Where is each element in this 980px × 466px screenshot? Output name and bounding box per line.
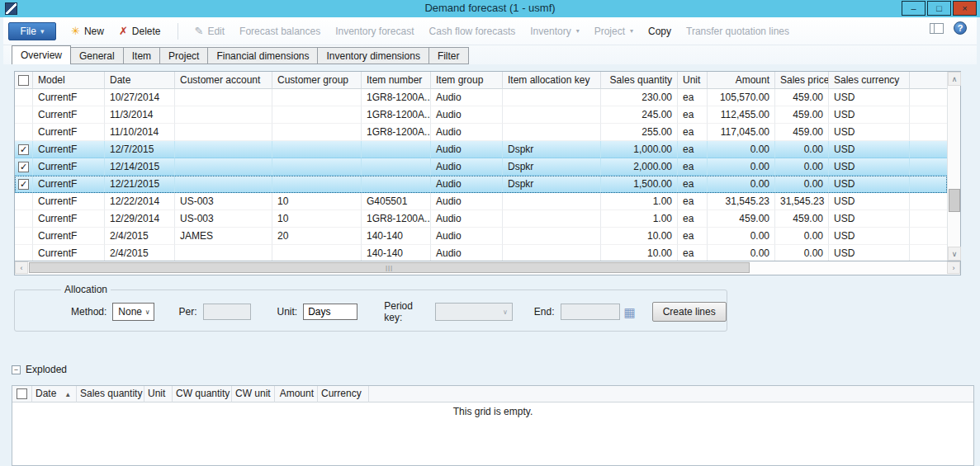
grid-cell[interactable]: Audio — [431, 124, 503, 141]
grid-cell[interactable]: ea — [678, 210, 708, 228]
grid-cell[interactable] — [175, 141, 272, 158]
column-header-model[interactable]: Model — [33, 72, 105, 89]
grid-cell[interactable] — [362, 158, 431, 176]
grid-cell[interactable]: USD — [829, 141, 910, 158]
grid-cell[interactable] — [503, 228, 601, 245]
grid-row[interactable]: ✓CurrentF12/21/2015AudioDspkr1,500.00ea0… — [15, 176, 947, 193]
grid-cell[interactable]: 12/21/2015 — [105, 176, 175, 193]
grid-cell[interactable]: CurrentF — [33, 176, 105, 193]
grid-cell[interactable]: 12/29/2014 — [105, 210, 175, 228]
grid-cell[interactable]: JAMES — [175, 228, 272, 245]
grid-cell[interactable]: 11/10/2014 — [105, 124, 175, 141]
grid-cell[interactable] — [175, 106, 272, 124]
grid-cell[interactable]: 0.00 — [708, 176, 775, 193]
file-menu-button[interactable]: File ▾ — [8, 22, 56, 40]
grid-cell[interactable]: ea — [678, 141, 708, 158]
grid-cell[interactable] — [175, 124, 272, 141]
grid-cell[interactable]: 12/22/2014 — [105, 193, 175, 210]
scroll-right-icon[interactable]: › — [947, 261, 960, 274]
grid-cell[interactable]: Dspkr — [503, 176, 601, 193]
grid-row[interactable]: CurrentF12/22/2014US-00310G405501Audio1.… — [15, 193, 947, 210]
grid-cell[interactable]: USD — [829, 210, 910, 228]
grid-cell[interactable]: 10.00 — [601, 245, 678, 261]
unit-input[interactable] — [303, 304, 357, 320]
grid-cell[interactable] — [272, 106, 362, 124]
column-header-sales-currency[interactable]: Sales currency — [829, 72, 910, 89]
grid-cell[interactable]: US-003 — [175, 210, 272, 228]
grid-cell[interactable] — [503, 106, 601, 124]
grid-cell[interactable]: 0.00 — [708, 228, 775, 245]
grid-cell[interactable] — [503, 193, 601, 210]
grid-cell[interactable]: 1GR8-1200A... — [362, 124, 431, 141]
tab-item[interactable]: Item — [123, 47, 160, 64]
column-header-sales-quantity[interactable]: Sales quantity — [601, 72, 678, 89]
column-header-item-group[interactable]: Item group — [431, 72, 503, 89]
column-header-item-number[interactable]: Item number — [362, 72, 431, 89]
grid-cell[interactable]: 459.00 — [775, 89, 829, 106]
grid-cell[interactable]: 105,570.00 — [708, 89, 775, 106]
close-button[interactable]: × — [953, 1, 977, 16]
grid-cell[interactable]: CurrentF — [33, 158, 105, 176]
grid-cell[interactable]: 459.00 — [775, 210, 829, 228]
grid-cell[interactable]: CurrentF — [33, 141, 105, 158]
grid-cell[interactable]: ea — [678, 176, 708, 193]
grid-cell[interactable]: Dspkr — [503, 141, 601, 158]
scroll-up-icon[interactable]: ∧ — [948, 72, 961, 86]
grid-cell[interactable] — [503, 210, 601, 228]
grid-cell[interactable]: 10.00 — [601, 228, 678, 245]
grid-cell[interactable]: 0.00 — [775, 176, 829, 193]
calendar-icon[interactable]: ▦ — [624, 306, 636, 318]
help-icon[interactable]: ? — [954, 21, 967, 35]
grid-row[interactable]: CurrentF2/4/2015JAMES20140-140Audio10.00… — [15, 228, 947, 245]
grid-cell[interactable]: 1,000.00 — [601, 141, 678, 158]
method-select[interactable]: None ∨ — [112, 303, 154, 321]
grid-cell[interactable]: ea — [678, 106, 708, 124]
collapse-icon[interactable]: − — [12, 365, 21, 374]
column-header-date[interactable]: Date▲ — [32, 386, 77, 402]
tab-project[interactable]: Project — [159, 47, 208, 64]
grid-cell[interactable]: USD — [829, 124, 910, 141]
grid-cell[interactable]: 1.00 — [601, 193, 678, 210]
vertical-scrollbar[interactable]: ∧ ∨ — [947, 72, 960, 261]
scroll-down-icon[interactable]: ∨ — [948, 247, 961, 261]
row-checkbox[interactable]: ✓ — [18, 179, 29, 190]
grid-cell[interactable]: 0.00 — [708, 141, 775, 158]
grid-cell[interactable]: USD — [829, 106, 910, 124]
grid-cell[interactable]: 11/3/2014 — [105, 106, 175, 124]
column-header-currency[interactable]: Currency — [318, 386, 369, 402]
grid-row[interactable]: CurrentF12/29/2014US-003101GR8-1200A...A… — [15, 210, 947, 228]
minimize-button[interactable]: – — [902, 1, 926, 16]
grid-cell[interactable]: Audio — [431, 176, 503, 193]
grid-cell[interactable] — [272, 141, 362, 158]
grid-cell[interactable]: ea — [678, 193, 708, 210]
grid-cell[interactable]: 0.00 — [775, 141, 829, 158]
grid-cell[interactable]: 255.00 — [601, 124, 678, 141]
toolbar-item-delete[interactable]: ✗Delete — [119, 26, 161, 37]
grid-cell[interactable]: USD — [829, 228, 910, 245]
column-header-amount[interactable]: Amount — [708, 72, 775, 89]
grid-cell[interactable] — [272, 124, 362, 141]
grid-cell[interactable] — [175, 158, 272, 176]
grid-cell[interactable]: Audio — [431, 158, 503, 176]
column-header-amount[interactable]: Amount — [275, 386, 318, 402]
tab-general[interactable]: General — [70, 47, 124, 64]
grid-cell[interactable]: 0.00 — [775, 245, 829, 261]
grid-cell[interactable]: Audio — [431, 193, 503, 210]
grid-cell[interactable]: Dspkr — [503, 158, 601, 176]
column-header-date[interactable]: Date — [105, 72, 175, 89]
toolbar-item-new[interactable]: ✳New — [71, 26, 104, 37]
create-lines-button[interactable]: Create lines — [652, 302, 727, 322]
grid-cell[interactable]: 459.00 — [775, 106, 829, 124]
grid-row[interactable]: CurrentF11/10/20141GR8-1200A...Audio255.… — [15, 124, 947, 141]
grid-cell[interactable] — [272, 158, 362, 176]
horizontal-scrollbar-thumb[interactable]: ||| — [29, 262, 750, 273]
grid-cell[interactable]: ea — [678, 158, 708, 176]
tab-financial-dimensions[interactable]: Financial dimensions — [207, 47, 318, 64]
grid-cell[interactable]: USD — [829, 158, 910, 176]
grid-cell[interactable]: 20 — [272, 228, 362, 245]
grid-cell[interactable]: CurrentF — [33, 245, 105, 261]
grid-cell[interactable]: 140-140 — [362, 228, 431, 245]
grid-cell[interactable]: CurrentF — [33, 89, 105, 106]
grid-cell[interactable]: 0.00 — [775, 158, 829, 176]
select-all-checkbox[interactable] — [17, 388, 27, 399]
